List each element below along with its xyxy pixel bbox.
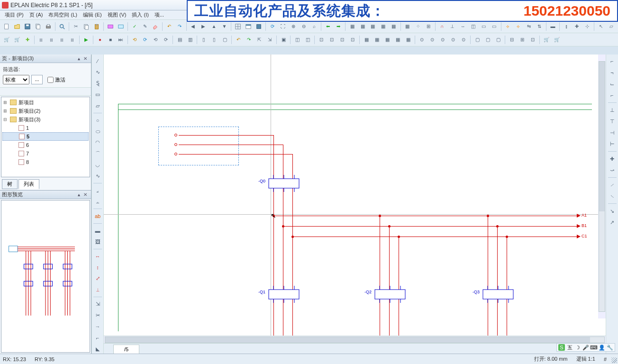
- angle-icon[interactable]: ⦟: [93, 186, 102, 195]
- ime-user-icon[interactable]: 👤: [599, 344, 605, 351]
- doc-tab-5[interactable]: /5: [113, 345, 139, 354]
- ladder4-icon[interactable]: ⫼: [68, 35, 77, 45]
- grid1-icon[interactable]: [233, 22, 243, 31]
- sync3-icon[interactable]: ⟲: [151, 35, 160, 45]
- tjoint-l-icon[interactable]: ⊣: [608, 128, 617, 137]
- break1-icon[interactable]: ⟋: [608, 180, 617, 190]
- cart-icon[interactable]: 🛒: [2, 35, 11, 45]
- layer1-icon[interactable]: ▤: [175, 35, 184, 45]
- mirror-v-icon[interactable]: ⇅: [535, 22, 544, 31]
- nav-right-icon[interactable]: ▶: [199, 22, 208, 31]
- rel3-icon[interactable]: ▦: [382, 35, 392, 45]
- tree-page-1[interactable]: 1: [2, 124, 89, 132]
- zoom-in-icon[interactable]: ⊕: [289, 22, 298, 31]
- erase-icon[interactable]: [151, 22, 160, 31]
- corner-bl-icon[interactable]: ⌙: [608, 79, 617, 89]
- component-q1[interactable]: [268, 286, 302, 304]
- gridE-icon[interactable]: ▦: [389, 22, 399, 31]
- hscrollbar[interactable]: [104, 336, 606, 343]
- menu-insert[interactable]: 插入 (I): [129, 11, 151, 18]
- select2-icon[interactable]: ▱: [607, 22, 616, 31]
- symC-icon[interactable]: ⊡: [528, 35, 537, 45]
- step-icon[interactable]: ⏭: [116, 35, 126, 45]
- coords-icon[interactable]: ◫: [469, 22, 478, 31]
- gridB-icon[interactable]: ▦: [358, 22, 367, 31]
- text-tool-icon[interactable]: ab: [93, 211, 102, 221]
- interrupt2-icon[interactable]: ↗: [608, 218, 617, 227]
- corner-br-icon[interactable]: ⌐: [608, 91, 617, 100]
- zoom-out-icon[interactable]: ⊖: [299, 22, 309, 31]
- tjoint-r-icon[interactable]: ⊢: [608, 139, 617, 149]
- symA-icon[interactable]: ⊟: [507, 35, 517, 45]
- polyline-tool-icon[interactable]: ∿: [93, 68, 102, 77]
- gridC-icon[interactable]: ▦: [368, 22, 378, 31]
- comp-b-icon[interactable]: ◫: [303, 35, 312, 45]
- drawing-canvas[interactable]: -Q0 A1 B1 C1 -Q1: [104, 55, 606, 336]
- device1-icon[interactable]: ▣: [279, 35, 288, 45]
- pot4-icon[interactable]: ⊙: [448, 35, 458, 45]
- new-icon[interactable]: [2, 22, 11, 31]
- dim-v-icon[interactable]: ↕: [93, 263, 102, 272]
- component-q0[interactable]: [268, 175, 302, 193]
- term3-icon[interactable]: ⊡: [337, 35, 347, 45]
- conn3-icon[interactable]: ⊹: [582, 22, 592, 31]
- tree-page-8[interactable]: 8: [2, 158, 89, 166]
- circle-tool-icon[interactable]: ○: [93, 116, 102, 125]
- forward-icon[interactable]: ➡: [334, 22, 343, 31]
- tree-root-0[interactable]: ⊞新项目: [2, 98, 89, 107]
- refresh-icon[interactable]: ⟳: [268, 22, 277, 31]
- tree-page-6[interactable]: 6: [2, 141, 89, 149]
- filter-browse-button[interactable]: ...: [31, 75, 43, 84]
- tree-page-5[interactable]: 5: [2, 132, 89, 141]
- rect-tool-icon[interactable]: ▭: [93, 90, 102, 100]
- gridD-icon[interactable]: ▦: [379, 22, 388, 31]
- preview-close-icon[interactable]: ✕: [83, 192, 89, 197]
- ime-s-icon[interactable]: S: [558, 344, 565, 351]
- tjoint-u-icon[interactable]: ⊤: [608, 117, 617, 126]
- save-icon[interactable]: [23, 22, 32, 31]
- fillet-icon[interactable]: ⌐: [93, 333, 102, 343]
- cut-icon[interactable]: ✂: [71, 22, 81, 31]
- menu-layout[interactable]: 布局空间 (L): [45, 11, 80, 18]
- box1-icon[interactable]: ▢: [483, 35, 492, 45]
- menu-edit[interactable]: 编辑 (E): [80, 11, 105, 18]
- play-icon[interactable]: ▶: [82, 35, 91, 45]
- rel5-icon[interactable]: ▦: [403, 35, 413, 45]
- cross-icon[interactable]: ✚: [608, 154, 617, 164]
- layer2-icon[interactable]: ▥: [185, 35, 195, 45]
- resize-grip[interactable]: [611, 357, 617, 363]
- symB-icon[interactable]: ⊞: [518, 35, 527, 45]
- cart3-icon[interactable]: 🛒: [542, 35, 551, 45]
- cart4-icon[interactable]: 🛒: [552, 35, 562, 45]
- copy2-icon[interactable]: [82, 22, 91, 31]
- wire2-icon[interactable]: ⫠: [93, 197, 102, 207]
- window-icon[interactable]: [244, 22, 253, 31]
- undo-icon[interactable]: ↶: [164, 22, 174, 31]
- nav-left-icon[interactable]: ◀: [189, 22, 198, 31]
- tree-root-1[interactable]: ⊞新项目(2): [2, 107, 89, 115]
- dim-icon[interactable]: ↔: [458, 22, 468, 31]
- grid-on-icon[interactable]: ▦: [403, 22, 412, 31]
- pot3-icon[interactable]: ⊙: [438, 35, 447, 45]
- wire-tool-icon[interactable]: Ȿ: [93, 79, 102, 88]
- pot1-icon[interactable]: ⊙: [417, 35, 427, 45]
- print-icon[interactable]: [44, 22, 53, 31]
- back-icon[interactable]: ⬅: [323, 22, 333, 31]
- snap-icon[interactable]: ⊞: [424, 22, 433, 31]
- term1-icon[interactable]: ⊡: [317, 35, 326, 45]
- component-q2[interactable]: [374, 286, 408, 304]
- conn1-icon[interactable]: ⫿: [562, 22, 571, 31]
- tab-tree[interactable]: 树: [2, 179, 18, 189]
- line-tool-icon[interactable]: ∕: [93, 56, 102, 66]
- folder2-icon[interactable]: ▢: [220, 35, 229, 45]
- doc1-icon[interactable]: ▯: [199, 35, 209, 45]
- conn2-icon[interactable]: ✚: [572, 22, 582, 31]
- screen-icon[interactable]: ▭: [490, 22, 499, 31]
- menu-view[interactable]: 视图 (V): [105, 11, 129, 18]
- polygon-icon[interactable]: ▱: [93, 101, 102, 110]
- import-icon[interactable]: ⇲: [265, 35, 274, 45]
- jump-icon[interactable]: ⤻: [608, 165, 617, 175]
- ime-bar[interactable]: S 五 ☽ 🎤 ⌨ 👤 🔧: [556, 343, 615, 352]
- puzzle-icon[interactable]: ✚: [23, 35, 32, 45]
- stop-icon[interactable]: ■: [106, 35, 115, 45]
